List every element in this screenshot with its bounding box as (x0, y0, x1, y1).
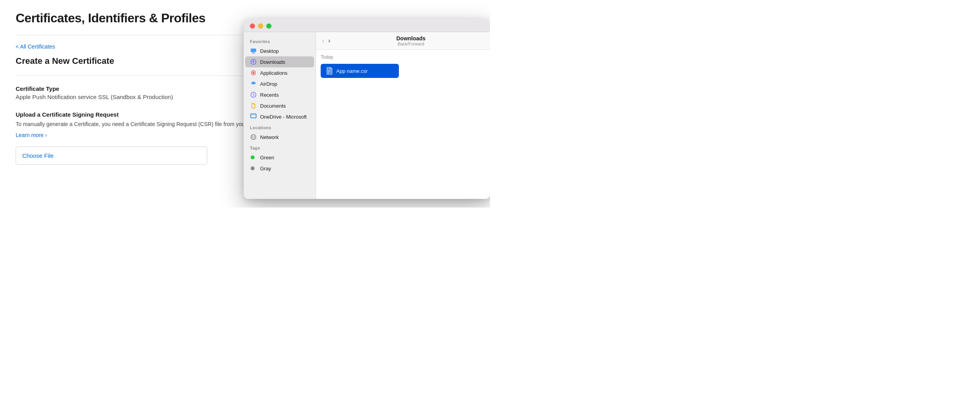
traffic-light-red[interactable] (250, 23, 255, 29)
finder-date-label: Today (321, 54, 485, 60)
sidebar-item-documents[interactable]: Documents (245, 100, 314, 111)
desktop-icon (250, 47, 257, 54)
sidebar-item-tag-gray[interactable]: Gray (245, 163, 314, 174)
finder-content: Today App name.csr (316, 50, 490, 199)
choose-file-button[interactable]: Choose File (16, 146, 207, 165)
sidebar-item-onedrive[interactable]: OneDrive - Microsoft (245, 111, 314, 122)
network-icon (250, 134, 257, 141)
finder-toolbar: ‹ › Downloads Back/Forward (316, 32, 490, 50)
svg-rect-5 (251, 114, 256, 118)
finder-window-title: Downloads (396, 35, 425, 42)
green-tag-icon (250, 154, 257, 161)
svg-rect-1 (252, 52, 255, 53)
sidebar-item-airdrop[interactable]: AirDrop (245, 78, 314, 89)
gray-tag-icon (250, 165, 257, 172)
svg-rect-2 (252, 53, 255, 54)
finder-titlebar (244, 19, 490, 32)
gray-tag-label: Gray (260, 166, 271, 171)
sidebar-item-documents-label: Documents (260, 103, 286, 109)
sidebar-item-downloads-label: Downloads (260, 59, 285, 65)
learn-more-link[interactable]: Learn more › (16, 132, 47, 138)
downloads-icon (250, 58, 257, 65)
airdrop-icon (250, 80, 257, 87)
sidebar-item-tag-green[interactable]: Green (245, 152, 314, 163)
sidebar-item-recents-label: Recents (260, 92, 279, 98)
finder-window: Favorites Desktop (244, 19, 490, 199)
csr-file-name: App name.csr (336, 68, 368, 74)
tags-label: Tags (244, 143, 316, 152)
traffic-light-yellow[interactable] (258, 23, 263, 29)
sidebar-item-airdrop-label: AirDrop (260, 81, 277, 87)
sidebar-item-onedrive-label: OneDrive - Microsoft (260, 114, 307, 120)
forward-arrow[interactable]: › (327, 36, 332, 45)
finder-back-forward-label: Back/Forward (398, 42, 424, 46)
sidebar-item-network-label: Network (260, 134, 279, 140)
recents-icon (250, 91, 257, 98)
finder-main: ‹ › Downloads Back/Forward Today (316, 32, 490, 199)
svg-rect-0 (251, 49, 256, 52)
sidebar-item-applications[interactable]: Applications (245, 67, 314, 78)
csr-file-icon (325, 67, 333, 75)
sidebar-item-recents[interactable]: Recents (245, 89, 314, 100)
sidebar-item-applications-label: Applications (260, 70, 287, 76)
finder-sidebar: Favorites Desktop (244, 32, 316, 199)
finder-body: Favorites Desktop (244, 32, 490, 199)
traffic-light-green[interactable] (266, 23, 271, 29)
back-arrow[interactable]: ‹ (321, 36, 326, 45)
sidebar-item-downloads[interactable]: Downloads (245, 56, 314, 67)
favorites-label: Favorites (244, 36, 316, 45)
sidebar-item-network[interactable]: Network (245, 132, 314, 143)
locations-label: Locations (244, 122, 316, 132)
applications-icon (250, 69, 257, 76)
green-tag-label: Green (260, 155, 274, 161)
sidebar-item-desktop[interactable]: Desktop (245, 45, 314, 56)
back-link[interactable]: < All Certificates (16, 43, 55, 50)
sidebar-item-desktop-label: Desktop (260, 48, 279, 54)
finder-file-item[interactable]: App name.csr (321, 64, 399, 78)
nav-arrows: ‹ › (321, 36, 332, 45)
documents-icon (250, 102, 257, 109)
onedrive-icon (250, 113, 257, 120)
